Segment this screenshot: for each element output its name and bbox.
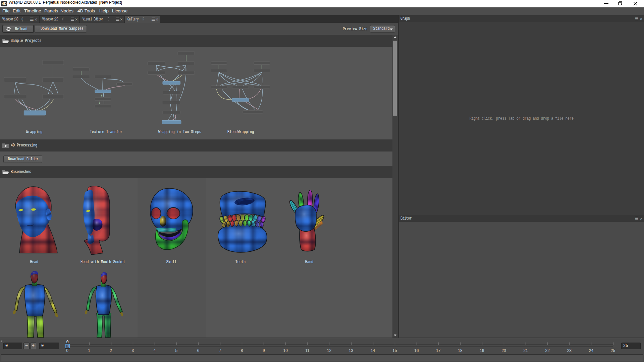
svg-text:21: 21 — [524, 348, 528, 353]
svg-text:11: 11 — [305, 348, 310, 353]
svg-text:25: 25 — [611, 348, 615, 353]
svg-text:15: 15 — [392, 348, 397, 353]
svg-text:12: 12 — [327, 348, 332, 353]
svg-text:22: 22 — [545, 348, 550, 353]
svg-text:0: 0 — [66, 348, 68, 353]
svg-text:14: 14 — [371, 348, 375, 353]
svg-text:9: 9 — [263, 348, 265, 353]
svg-text:20: 20 — [501, 348, 506, 353]
svg-text:16: 16 — [414, 348, 419, 353]
svg-text:4: 4 — [153, 348, 156, 353]
svg-text:8: 8 — [241, 348, 243, 353]
svg-text:7: 7 — [219, 348, 221, 353]
svg-text:10: 10 — [283, 348, 288, 353]
svg-text:13: 13 — [349, 348, 354, 353]
svg-text:24: 24 — [589, 348, 594, 353]
svg-text:2: 2 — [110, 348, 112, 353]
svg-text:17: 17 — [436, 348, 441, 353]
svg-text:1: 1 — [88, 348, 90, 353]
svg-text:19: 19 — [480, 348, 484, 353]
svg-text:3: 3 — [131, 348, 134, 353]
svg-text:23: 23 — [567, 348, 572, 353]
svg-text:5: 5 — [175, 348, 178, 353]
svg-text:18: 18 — [458, 348, 463, 353]
svg-text:6: 6 — [197, 348, 200, 353]
